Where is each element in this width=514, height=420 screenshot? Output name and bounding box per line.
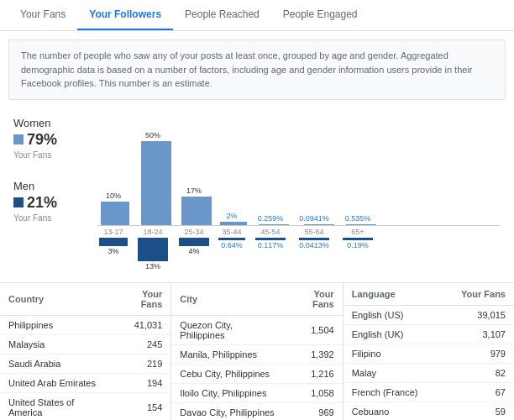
men-label: Men [13,180,81,192]
age-col-55-64: 0.0941% [294,214,334,225]
table-cell-label: French (France) [344,382,442,402]
table-cell-label: Philippines [0,315,112,334]
table-cell-value: 82 [442,363,514,382]
men-pct-bar-col: 0.19% [339,238,376,270]
table-cell-value: 1,216 [284,364,343,383]
age-col-35-44: 2% [217,212,247,225]
men-color-swatch [13,197,24,207]
table-row: United Arab Emirates194 [0,373,170,392]
men-legend-item: Men 21% Your Fans [13,180,81,223]
country-col-header: Country [0,283,112,316]
main-container: Your Fans Your Followers People Reached … [0,0,514,420]
table-row: Cebuano59 [344,402,514,420]
tab-your-fans[interactable]: Your Fans [8,0,77,30]
age-gender-chart: 10%50%17%2%0.259%0.0941%0.535% 13-1718-2… [97,117,501,270]
women-pct-label: 50% [145,131,160,139]
tab-people-reached[interactable]: People Reached [173,0,271,30]
men-pct-label: 4% [188,247,199,255]
age-range-label: 65+ [339,228,376,236]
gender-legend: Women 79% Your Fans Men 21% Your Fans [13,117,81,223]
table-row: Saudi Arabia219 [0,354,170,373]
language-table-block: Language Your Fans English (US)39,015Eng… [344,283,514,421]
men-pct-label: 3% [108,247,118,255]
info-description: The number of people who saw any of your… [8,39,506,100]
women-pct-label: 0.535% [345,214,371,223]
table-cell-label: Iloilo City, Philippines [171,383,283,402]
table-row: Malay82 [344,363,514,382]
table-cell-label: Davao City, Philippines [171,402,283,420]
tab-your-followers[interactable]: Your Followers [77,0,173,30]
table-row: Quezon City, Philippines1,504 [171,315,342,344]
city-table: City Your Fans Quezon City, Philippines1… [171,283,342,421]
table-row: Philippines41,031 [0,315,170,334]
table-cell-label: Cebu City, Philippines [171,364,283,383]
language-table: Language Your Fans English (US)39,015Eng… [344,283,514,421]
age-col-65+: 0.535% [339,214,376,225]
table-cell-label: Filipino [344,344,442,363]
table-row: English (UK)3,107 [344,324,514,344]
table-cell-label: English (US) [344,305,442,324]
city-table-block: City Your Fans Quezon City, Philippines1… [171,283,343,421]
women-bar [141,141,171,225]
women-color-swatch [13,134,24,144]
table-cell-value: 1,058 [284,383,343,402]
table-row: United States of America154 [0,392,170,420]
men-sub-label: Your Fans [13,213,81,223]
table-cell-value: 1,504 [284,315,343,344]
table-cell-value: 979 [442,344,514,363]
tabs-bar: Your Fans Your Followers People Reached … [0,0,514,31]
table-cell-value: 41,031 [112,315,171,334]
age-col-18-24: 50% [134,131,171,225]
men-pct-label: 0.64% [221,241,243,249]
table-cell-label: Malay [344,363,442,382]
table-cell-label: United Arab Emirates [0,373,112,392]
table-row: Filipino979 [344,344,514,363]
table-row: Iloilo City, Philippines1,058 [171,383,342,402]
language-col-header: Language [344,283,442,306]
table-cell-label: Manila, Philippines [171,344,283,364]
men-bar-bottom [138,238,168,261]
demographic-chart-section: Women 79% Your Fans Men 21% Your Fans 10… [0,108,514,276]
women-pct-label: 2% [226,212,237,220]
table-row: English (US)39,015 [344,305,514,324]
men-pct-bar-col: 13% [134,238,171,270]
age-range-label: 13-17 [97,228,129,236]
men-percentage: 21% [13,194,81,212]
table-cell-value: 1,392 [284,344,343,364]
women-bar [220,222,247,225]
women-bar [346,224,376,225]
table-cell-value: 67 [442,382,514,402]
men-pct-bar-col: 3% [97,238,129,270]
tables-section: Country Your Fans Philippines41,031Malay… [0,282,514,421]
country-table: Country Your Fans Philippines41,031Malay… [0,283,170,421]
age-range-label: 18-24 [134,228,171,236]
men-bar-bottom [99,238,128,246]
tab-people-engaged[interactable]: People Engaged [271,0,370,30]
table-cell-label: Saudi Arabia [0,354,112,373]
table-cell-label: Quezon City, Philippines [171,315,283,344]
language-fans-col-header: Your Fans [442,283,514,306]
women-bar [259,224,289,225]
men-pct-label: 0.0413% [299,241,329,249]
men-bar-bottom [299,238,329,240]
women-sub-label: Your Fans [13,150,81,160]
table-cell-label: Malaysia [0,334,112,354]
table-cell-label: United States of America [0,392,112,420]
women-pct-label: 10% [106,192,121,200]
age-range-label: 25-34 [176,228,212,236]
men-pct-bar-col: 0.0413% [294,238,334,270]
age-col-13-17: 10% [97,192,129,225]
women-bar [181,197,212,225]
age-range-label: 35-44 [217,228,247,236]
men-pct-bar-col: 0.64% [217,238,247,270]
table-cell-value: 969 [284,402,343,420]
table-cell-label: Cebuano [344,402,442,420]
table-row: Malaysia245 [0,334,170,354]
women-percentage: 79% [13,131,81,149]
table-row: French (France)67 [344,382,514,402]
table-row: Manila, Philippines1,392 [171,344,342,364]
age-range-label: 55-64 [294,228,334,236]
table-cell-value: 3,107 [442,324,514,344]
table-cell-value: 219 [112,354,171,373]
table-row: Davao City, Philippines969 [171,402,342,420]
